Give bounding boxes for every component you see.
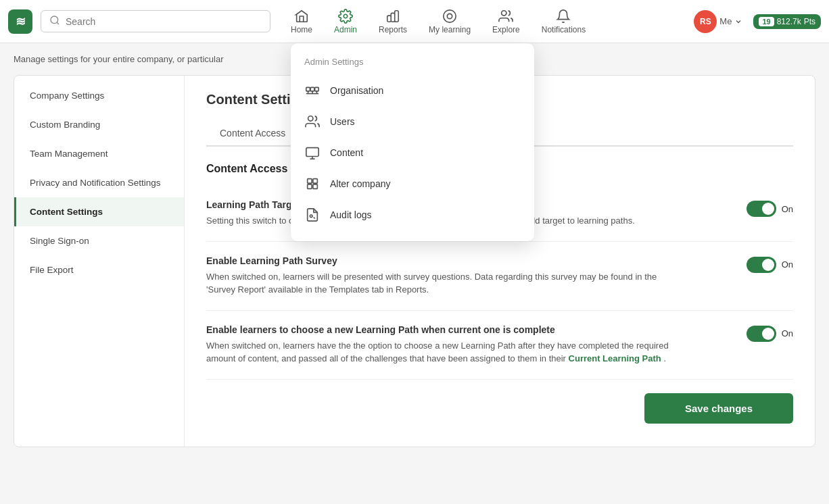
users-icon [304, 114, 321, 130]
chevron-down-icon [734, 18, 742, 26]
toggle-wrap: On [747, 199, 793, 217]
nav-notifications-label: Notifications [542, 25, 586, 34]
sidebar: Company Settings Custom Branding Team Ma… [14, 76, 185, 447]
dropdown-audit-label: Audit logs [330, 209, 371, 220]
pts-label: Pts [804, 17, 815, 26]
sidebar-item-file-export[interactable]: File Export [14, 255, 184, 284]
dropdown-item-organisation[interactable]: Organisation [291, 75, 534, 106]
setting-row-enable-survey: Enable Learning Path Survey When switche… [206, 242, 793, 311]
sidebar-item-custom-branding[interactable]: Custom Branding [14, 110, 184, 139]
dropdown-item-content[interactable]: Content [291, 137, 534, 168]
sidebar-item-privacy-notification[interactable]: Privacy and Notification Settings [14, 168, 184, 197]
nav-my-learning[interactable]: My learning [419, 5, 480, 39]
nav-explore[interactable]: Explore [483, 5, 529, 39]
sidebar-item-company-settings[interactable]: Company Settings [14, 81, 184, 110]
search-icon [49, 15, 60, 28]
toggle-label: On [782, 259, 793, 270]
svg-rect-6 [315, 87, 319, 91]
nav-admin-label: Admin [334, 25, 357, 34]
dropdown-users-label: Users [330, 116, 355, 127]
me-label: Me [719, 16, 732, 26]
logo[interactable]: ≋ [8, 9, 32, 34]
svg-rect-5 [310, 87, 314, 91]
nav-reports-label: Reports [379, 25, 407, 34]
tab-content-access[interactable]: Content Access [206, 121, 299, 147]
svg-point-2 [344, 14, 348, 18]
svg-point-0 [51, 16, 58, 24]
setting-desc: When switched on, learners have the the … [206, 339, 680, 366]
points-badge[interactable]: 19 812.7k Pts [753, 14, 821, 29]
save-button-wrap: Save changes [206, 380, 793, 430]
toggle-choose-new-path[interactable] [747, 326, 776, 342]
dropdown-item-audit-logs[interactable]: Audit logs [291, 199, 534, 230]
points-value: 812.7k [777, 17, 801, 26]
dropdown-item-users[interactable]: Users [291, 106, 534, 137]
dropdown-organisation-label: Organisation [330, 85, 383, 96]
nav-notifications[interactable]: Notifications [532, 5, 595, 39]
svg-rect-17 [308, 184, 312, 188]
svg-point-11 [308, 116, 313, 121]
dropdown-title: Admin Settings [291, 54, 534, 75]
svg-point-19 [310, 215, 312, 218]
nav-my-learning-label: My learning [429, 25, 471, 34]
svg-rect-15 [308, 179, 312, 183]
me-menu[interactable]: RS Me [688, 7, 748, 36]
svg-line-1 [57, 22, 59, 24]
svg-rect-18 [313, 184, 317, 188]
nav-home-label: Home [291, 25, 312, 34]
nav-explore-label: Explore [492, 25, 520, 34]
logo-icon: ≋ [16, 14, 26, 29]
nav-home[interactable]: Home [281, 5, 322, 39]
toggle-wrap: On [747, 255, 793, 273]
content-icon [304, 145, 321, 161]
sidebar-item-content-settings[interactable]: Content Settings [14, 197, 184, 226]
toggle-wrap: On [747, 324, 793, 342]
search-input[interactable] [66, 16, 262, 27]
setting-row-choose-new-path: Enable learners to choose a new Learning… [206, 311, 793, 380]
toggle-learning-path-target[interactable] [747, 201, 776, 217]
avatar[interactable]: RS [694, 10, 717, 33]
dropdown-alter-label: Alter company [330, 178, 390, 189]
admin-dropdown: Admin Settings Organisation Users Conten… [291, 43, 534, 241]
nav-admin[interactable]: Admin [325, 5, 366, 39]
top-navigation: ≋ Home Admin Reports My learning Explore [0, 0, 829, 43]
svg-rect-16 [313, 179, 317, 183]
toggle-label: On [782, 204, 793, 214]
sidebar-item-single-sign-on[interactable]: Single Sign-on [14, 226, 184, 255]
setting-name: Enable learners to choose a new Learning… [206, 324, 733, 335]
setting-info: Enable learners to choose a new Learning… [206, 324, 733, 366]
dropdown-item-alter-company[interactable]: Alter company [291, 168, 534, 199]
alter-company-icon [304, 176, 321, 192]
toggle-label: On [782, 328, 793, 338]
audit-logs-icon [304, 207, 321, 223]
org-icon [304, 82, 321, 99]
setting-info: Enable Learning Path Survey When switche… [206, 255, 733, 297]
search-bar[interactable] [41, 10, 270, 32]
nav-right: RS Me 19 812.7k Pts [688, 7, 821, 36]
sidebar-item-team-management[interactable]: Team Management [14, 139, 184, 168]
svg-point-3 [502, 10, 506, 15]
current-learning-path-link[interactable]: Current Learning Path [569, 353, 661, 363]
nav-reports[interactable]: Reports [369, 5, 417, 39]
badge-number: 19 [759, 17, 774, 26]
dropdown-content-label: Content [330, 147, 363, 158]
save-button[interactable]: Save changes [644, 393, 793, 424]
toggle-enable-survey[interactable] [747, 257, 776, 273]
setting-desc: When switched on, learners will be prese… [206, 270, 680, 297]
svg-rect-12 [306, 148, 318, 157]
setting-name: Enable Learning Path Survey [206, 255, 733, 266]
nav-items: Home Admin Reports My learning Explore N… [281, 5, 688, 39]
svg-rect-4 [306, 87, 310, 91]
